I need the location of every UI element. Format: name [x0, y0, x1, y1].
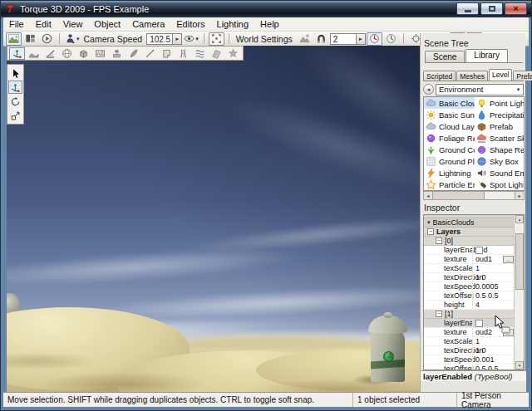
- field-value[interactable]: [472, 319, 515, 328]
- subtab-level[interactable]: Level: [489, 69, 512, 81]
- angle-snap-button[interactable]: [383, 32, 399, 46]
- field-value[interactable]: 1 0: [472, 346, 515, 355]
- inspector-field-texscale[interactable]: texScale1: [424, 264, 515, 273]
- library-item-basic-clouds[interactable]: Basic Clouds: [424, 97, 475, 109]
- select-tool[interactable]: [8, 66, 22, 80]
- material-editor-tool[interactable]: [59, 47, 75, 60]
- library-item-foliage-replicator[interactable]: Foliage Replicator: [424, 132, 475, 144]
- field-value[interactable]: oud1…: [472, 255, 515, 264]
- sketch-tool[interactable]: [76, 47, 91, 60]
- library-item-sky-box[interactable]: Sky Box: [475, 155, 525, 167]
- frame-selected-button[interactable]: [209, 32, 224, 46]
- bunker-object[interactable]: ♙: [366, 315, 411, 386]
- viewport-3d[interactable]: ♙: [7, 46, 420, 392]
- library-item-precipitation[interactable]: Precipitation: [475, 109, 525, 120]
- terrain-snap-button[interactable]: [297, 32, 313, 46]
- library-item-scatter-sky[interactable]: Scatter Sky: [475, 132, 525, 144]
- library-item-prefab[interactable]: Prefab: [475, 120, 525, 132]
- spinner-icon[interactable]: ▸: [172, 34, 181, 44]
- field-value[interactable]: 0.001: [472, 355, 515, 365]
- library-item-ground-plane[interactable]: Ground Plane: [424, 155, 475, 167]
- checkbox[interactable]: [475, 247, 483, 254]
- category-dropdown[interactable]: Environment ▾: [436, 84, 524, 95]
- menu-editors[interactable]: Editors: [170, 18, 210, 30]
- road-editor-tool[interactable]: [175, 47, 191, 60]
- move-tool[interactable]: [8, 81, 22, 94]
- object-editor-tool[interactable]: [9, 47, 25, 60]
- menu-object[interactable]: Object: [88, 18, 126, 30]
- field-value[interactable]: 1: [472, 264, 515, 273]
- library-item-shape-replicator[interactable]: Shape Replicator: [475, 144, 525, 155]
- subtab-scripted[interactable]: Scripted: [423, 71, 456, 81]
- inspector-field-texoffset[interactable]: texOffset0.5 0.5: [424, 291, 515, 301]
- field-value[interactable]: 0.0005: [472, 282, 515, 291]
- field-value[interactable]: 0.5 0.5: [472, 291, 515, 301]
- terrain-painter-tool[interactable]: [92, 47, 108, 60]
- minimize-button[interactable]: [456, 2, 479, 15]
- field-value[interactable]: 4: [472, 301, 515, 310]
- inspector-field-layerenabled[interactable]: layerEnabled: [424, 246, 515, 255]
- world-editor-button[interactable]: [6, 32, 22, 46]
- field-value[interactable]: 1: [472, 337, 515, 346]
- gui-editor-button[interactable]: [22, 32, 38, 46]
- inspector-field-texspeed[interactable]: texSpeed0.0005: [424, 282, 515, 291]
- camera-speed-input[interactable]: 102.5▸: [146, 33, 182, 45]
- subtab-meshes[interactable]: Meshes: [456, 71, 488, 81]
- field-value[interactable]: 1 0: [472, 273, 515, 282]
- play-button[interactable]: [39, 32, 55, 46]
- rotate-tool[interactable]: [8, 95, 22, 108]
- inspector-scrollbar[interactable]: ▴ ▾: [514, 215, 524, 369]
- close-button[interactable]: ×: [505, 2, 527, 15]
- inspector-field-texdirection[interactable]: texDirection1 0: [424, 346, 515, 355]
- library-item-point-light[interactable]: Point Light: [475, 97, 525, 109]
- menu-edit[interactable]: Edit: [30, 18, 57, 30]
- library-item-ground-cover[interactable]: Ground Cover: [424, 144, 475, 155]
- collapse-box-icon[interactable]: −: [436, 237, 442, 244]
- scale-tool[interactable]: [8, 109, 22, 122]
- inspector-node-1[interactable]: −[1]: [424, 310, 515, 319]
- terrain-editor-tool[interactable]: [26, 47, 42, 60]
- library-item-basic-sun[interactable]: Basic Sun: [424, 109, 475, 120]
- field-value[interactable]: oud2…: [472, 328, 515, 337]
- title-bar[interactable]: Torque 3D 2009 - FPS Example ×: [1, 1, 531, 17]
- list-horizontal-scrollbar[interactable]: ◂ ▸: [423, 191, 525, 200]
- library-item-particle-emitter[interactable]: Particle Emitter: [424, 179, 475, 190]
- grid-snap-button[interactable]: [367, 32, 382, 46]
- inspector-group-basicclouds[interactable]: ▾BasicClouds: [424, 218, 515, 228]
- scroll-up-icon[interactable]: ▴: [515, 215, 524, 223]
- field-value[interactable]: [472, 246, 515, 255]
- inspector-field-texscale[interactable]: texScale1: [424, 337, 515, 346]
- menu-view[interactable]: View: [57, 18, 89, 30]
- inspector-field-texture[interactable]: textureoud2…: [424, 328, 515, 337]
- tab-scene[interactable]: Scene: [425, 51, 465, 62]
- scroll-down-icon[interactable]: ▾: [515, 361, 524, 369]
- tab-library[interactable]: Library: [466, 49, 508, 62]
- browse-button[interactable]: …: [503, 329, 514, 336]
- library-item-cloud-layer[interactable]: Cloud Layer: [424, 120, 475, 132]
- library-item-lightning[interactable]: Lightning: [424, 167, 475, 179]
- inspector-node-0[interactable]: −[0]: [424, 237, 515, 246]
- maximize-button[interactable]: [480, 2, 503, 15]
- scroll-right-icon[interactable]: ▸: [515, 192, 524, 199]
- collapse-arrow-icon[interactable]: ▾: [427, 219, 431, 226]
- menu-file[interactable]: File: [3, 18, 30, 30]
- inspector-field-texture[interactable]: textureoud1…: [424, 255, 515, 264]
- camera-visibility-button[interactable]: ▾: [183, 32, 200, 46]
- river-editor-tool[interactable]: [192, 47, 208, 60]
- spinner-icon[interactable]: ▸: [356, 34, 365, 44]
- mesh-road-editor-tool[interactable]: [209, 47, 224, 60]
- category-back-button[interactable]: ◂: [423, 84, 434, 95]
- browse-button[interactable]: …: [503, 256, 514, 263]
- checkbox[interactable]: [475, 320, 483, 327]
- menu-lighting[interactable]: Lighting: [211, 18, 255, 30]
- terrain-slope-tool[interactable]: [42, 47, 58, 60]
- library-item-sound-emitter[interactable]: Sound Emitter: [475, 167, 525, 179]
- inspector-field-height[interactable]: height4: [424, 301, 515, 310]
- inspector-field-texdirection[interactable]: texDirection1 0: [424, 273, 515, 282]
- inspector-node-layers[interactable]: −Layers: [424, 228, 515, 237]
- collapse-box-icon[interactable]: −: [436, 311, 442, 317]
- snap-size-input[interactable]: 2▸: [330, 33, 366, 45]
- scrollbar-thumb[interactable]: [433, 192, 485, 199]
- subtab-prefabs[interactable]: Prefabs: [513, 71, 532, 81]
- shape-editor-tool[interactable]: [142, 47, 158, 60]
